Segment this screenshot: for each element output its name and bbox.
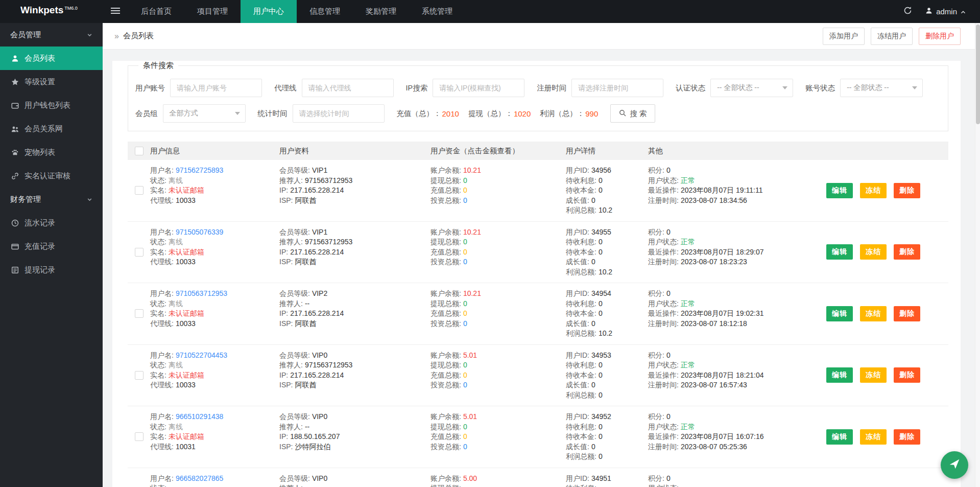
register-time-line: 注册时间:2023-08-07 05:25:36	[648, 442, 824, 452]
username-link[interactable]: 966582027865	[176, 474, 223, 482]
recharge-amount[interactable]: 0	[463, 371, 467, 379]
freeze-button[interactable]: 冻结	[860, 183, 887, 198]
agent-line: 代理线:10033	[150, 257, 279, 267]
ip-search-input[interactable]	[433, 79, 524, 97]
recharge-line: 充值总额:0	[431, 309, 566, 319]
add-user-button[interactable]: 添加用户	[823, 28, 865, 45]
realname-line: 实名:未认证邮箱	[150, 432, 279, 442]
balance-amount[interactable]: 5.01	[463, 412, 477, 421]
invest-amount[interactable]: 0	[463, 381, 467, 389]
edit-button[interactable]: 编辑	[826, 367, 853, 383]
balance-amount[interactable]: 10.21	[463, 166, 481, 174]
delete-button[interactable]: 删除	[894, 367, 920, 383]
account-status-select[interactable]: -- 全部状态 --	[840, 79, 923, 97]
sidebar-item-level-settings[interactable]: 等级设置	[0, 70, 103, 94]
freeze-button[interactable]: 冻结	[860, 244, 887, 260]
edit-button[interactable]: 编辑	[826, 429, 853, 445]
freeze-button[interactable]: 冻结	[860, 306, 887, 321]
balance-amount[interactable]: 10.21	[463, 289, 481, 297]
ip-line: IP:217.165.228.214	[279, 247, 431, 258]
user-status-line: 用户状态:正常	[648, 299, 824, 309]
scrollbar-thumb[interactable]	[976, 25, 980, 124]
recharge-line: 充值总额:0	[431, 185, 566, 196]
admin-menu[interactable]: admin	[925, 7, 966, 16]
username-link[interactable]: 9710563712953	[176, 289, 227, 297]
nav-item-projects[interactable]: 项目管理	[184, 0, 241, 23]
row-checkbox[interactable]	[135, 432, 144, 441]
user-status-line: 用户状态:正常	[648, 360, 824, 370]
user-account-input[interactable]	[170, 79, 262, 97]
register-time-input[interactable]	[571, 79, 663, 97]
nav-item-user-center[interactable]: 用户中心	[241, 0, 297, 23]
page-title: 会员列表	[123, 31, 154, 41]
edit-button[interactable]: 编辑	[826, 183, 853, 198]
delete-user-button[interactable]: 删除用户	[919, 28, 961, 45]
stat-time-input[interactable]	[293, 104, 385, 123]
recharge-amount[interactable]: 0	[463, 186, 467, 194]
sidebar-item-label: 充值记录	[25, 242, 55, 251]
nav-item-info[interactable]: 信息管理	[297, 0, 353, 23]
edit-button[interactable]: 编辑	[826, 244, 853, 260]
edit-button[interactable]: 编辑	[826, 306, 853, 321]
sidebar-group-finance[interactable]: 财务管理	[0, 188, 103, 211]
invest-amount[interactable]: 0	[463, 196, 467, 204]
column-header-other: 其他	[648, 146, 948, 156]
top-nav: 后台首页 项目管理 用户中心 信息管理 奖励管理 系统管理	[128, 0, 465, 23]
withdraw-amount[interactable]: 0	[463, 423, 467, 431]
scrollbar[interactable]	[975, 23, 980, 487]
invest-amount[interactable]: 0	[463, 443, 467, 451]
sidebar-item-user-wallet-list[interactable]: 用户钱包列表	[0, 94, 103, 117]
delete-button[interactable]: 删除	[894, 429, 920, 445]
sidebar-group-member[interactable]: 会员管理	[0, 23, 103, 47]
row-checkbox[interactable]	[135, 309, 144, 318]
row-checkbox[interactable]	[135, 186, 144, 195]
invest-amount[interactable]: 0	[463, 258, 467, 266]
withdraw-amount[interactable]: 0	[463, 361, 467, 369]
sidebar-item-pet-list[interactable]: 宠物列表	[0, 141, 103, 164]
freeze-user-button[interactable]: 冻结用户	[871, 28, 913, 45]
username-link[interactable]: 971505076339	[176, 228, 223, 236]
sidebar-item-recharge-records[interactable]: 充值记录	[0, 235, 103, 258]
invest-amount[interactable]: 0	[463, 319, 467, 328]
search-button[interactable]: 搜 索	[610, 104, 655, 123]
sidebar-item-flow-records[interactable]: 流水记录	[0, 211, 103, 235]
username-link[interactable]: 9710522704453	[176, 351, 227, 359]
sidebar-item-realname-audit[interactable]: 实名认证审核	[0, 164, 103, 188]
recharge-amount[interactable]: 0	[463, 432, 467, 440]
field-label: IP搜索	[406, 83, 428, 93]
withdraw-amount[interactable]: 0	[463, 299, 467, 308]
menu-toggle-button[interactable]	[103, 0, 128, 23]
member-group-select[interactable]: 全部方式	[163, 104, 246, 123]
balance-amount[interactable]: 10.21	[463, 228, 481, 236]
table-row: 用户名:971562725893 状态:离线 实名:未认证邮箱 代理线:1003…	[128, 160, 948, 222]
recharge-amount[interactable]: 0	[463, 309, 467, 317]
delete-button[interactable]: 删除	[894, 306, 920, 321]
sidebar-item-withdraw-records[interactable]: 提现记录	[0, 258, 103, 282]
interest-line: 待收利息:0	[566, 360, 648, 370]
refresh-button[interactable]	[903, 6, 912, 17]
sidebar-item-member-list[interactable]: 会员列表	[0, 47, 103, 70]
delete-button[interactable]: 删除	[894, 244, 920, 260]
nav-item-system[interactable]: 系统管理	[409, 0, 465, 23]
username-link[interactable]: 971562725893	[176, 166, 223, 174]
username-line: 用户名:9710563712953	[150, 289, 279, 299]
points-line: 积分:0	[648, 166, 824, 176]
sidebar-item-member-network[interactable]: 会员关系网	[0, 117, 103, 141]
agent-line-input[interactable]	[302, 79, 394, 97]
withdraw-amount[interactable]: 0	[463, 238, 467, 246]
balance-amount[interactable]: 5.00	[463, 474, 477, 482]
recharge-amount[interactable]: 0	[463, 248, 467, 256]
nav-item-home[interactable]: 后台首页	[128, 0, 184, 23]
delete-button[interactable]: 删除	[894, 183, 920, 198]
freeze-button[interactable]: 冻结	[860, 367, 887, 383]
withdraw-amount[interactable]: 0	[463, 176, 467, 184]
freeze-button[interactable]: 冻结	[860, 429, 887, 445]
username-link[interactable]: 966510291438	[176, 412, 223, 421]
balance-amount[interactable]: 5.01	[463, 351, 477, 359]
row-checkbox[interactable]	[135, 248, 144, 257]
chat-widget-button[interactable]	[941, 451, 968, 479]
row-checkbox[interactable]	[135, 371, 144, 380]
nav-item-rewards[interactable]: 奖励管理	[353, 0, 409, 23]
auth-status-select[interactable]: -- 全部状态 --	[710, 79, 793, 97]
select-all-checkbox[interactable]	[135, 147, 144, 155]
